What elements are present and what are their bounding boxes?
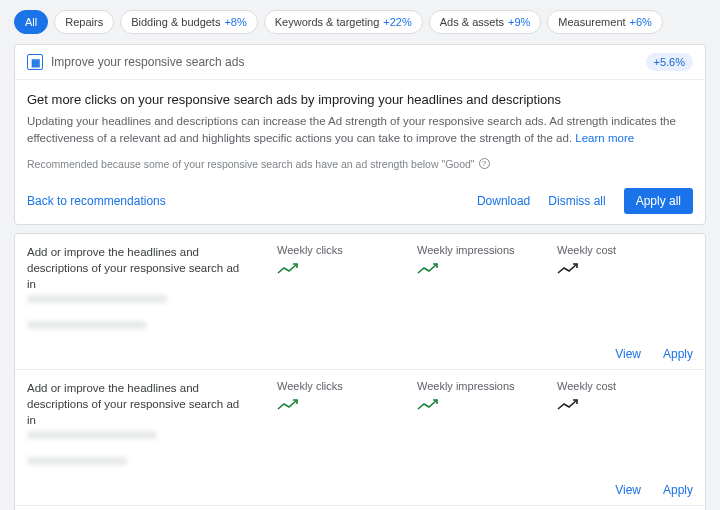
list-item: Add or improve the headlines and descrip… bbox=[15, 370, 705, 506]
metric-clicks: Weekly clicks bbox=[277, 244, 387, 329]
card-title: Improve your responsive search ads bbox=[51, 55, 244, 69]
trend-up-icon bbox=[417, 262, 439, 278]
chip-keywords[interactable]: Keywords & targeting+22% bbox=[264, 10, 423, 34]
recommendation-reason: Recommended because some of your respons… bbox=[27, 158, 693, 170]
chip-repairs[interactable]: Repairs bbox=[54, 10, 114, 34]
chip-bidding[interactable]: Bidding & budgets+8% bbox=[120, 10, 258, 34]
trend-up-icon bbox=[277, 398, 299, 414]
chip-measurement[interactable]: Measurement+6% bbox=[547, 10, 663, 34]
view-button[interactable]: View bbox=[615, 483, 641, 497]
apply-all-button[interactable]: Apply all bbox=[624, 188, 693, 214]
apply-button[interactable]: Apply bbox=[663, 483, 693, 497]
chip-ads[interactable]: Ads & assets+9% bbox=[429, 10, 542, 34]
metric-cost: Weekly cost bbox=[557, 244, 667, 329]
metric-impressions: Weekly impressions bbox=[417, 244, 527, 329]
apply-button[interactable]: Apply bbox=[663, 347, 693, 361]
download-button[interactable]: Download bbox=[477, 194, 530, 208]
chip-all[interactable]: All bbox=[14, 10, 48, 34]
recommendation-list: Add or improve the headlines and descrip… bbox=[14, 233, 706, 511]
filter-chips: All Repairs Bidding & budgets+8% Keyword… bbox=[14, 10, 706, 34]
row-description: Add or improve the headlines and descrip… bbox=[27, 244, 247, 329]
recommendation-card: ▦ Improve your responsive search ads +5.… bbox=[14, 44, 706, 225]
metric-clicks: Weekly clicks bbox=[277, 380, 387, 465]
card-header: ▦ Improve your responsive search ads +5.… bbox=[15, 45, 705, 80]
trend-up-icon bbox=[557, 262, 579, 278]
card-heading: Get more clicks on your responsive searc… bbox=[27, 92, 693, 107]
list-item: Add or improve the headlines and descrip… bbox=[15, 506, 705, 510]
back-link[interactable]: Back to recommendations bbox=[27, 194, 166, 208]
view-button[interactable]: View bbox=[615, 347, 641, 361]
metric-cost: Weekly cost bbox=[557, 380, 667, 465]
trend-up-icon bbox=[277, 262, 299, 278]
help-icon[interactable]: ? bbox=[479, 158, 490, 169]
trend-up-icon bbox=[557, 398, 579, 414]
trend-up-icon bbox=[417, 398, 439, 414]
card-description: Updating your headlines and descriptions… bbox=[27, 113, 693, 148]
score-uplift-badge: +5.6% bbox=[646, 53, 694, 71]
list-item: Add or improve the headlines and descrip… bbox=[15, 234, 705, 370]
ad-icon: ▦ bbox=[27, 54, 43, 70]
metric-impressions: Weekly impressions bbox=[417, 380, 527, 465]
learn-more-link[interactable]: Learn more bbox=[575, 132, 634, 144]
row-description: Add or improve the headlines and descrip… bbox=[27, 380, 247, 465]
dismiss-all-button[interactable]: Dismiss all bbox=[548, 194, 605, 208]
